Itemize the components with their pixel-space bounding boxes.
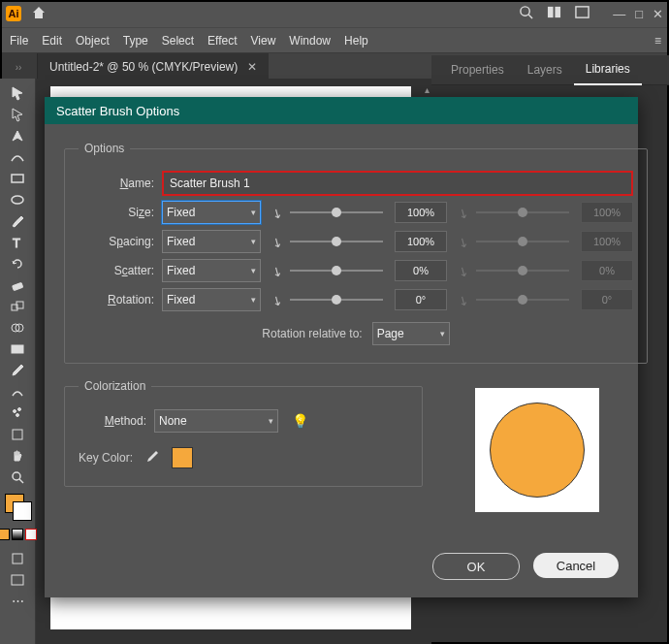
keycolor-swatch[interactable] <box>172 447 193 468</box>
name-label: Name: <box>79 177 162 190</box>
toolbox-header[interactable]: ›› <box>0 53 38 80</box>
edit-toolbar-icon[interactable]: ⋯ <box>5 591 30 611</box>
close-button[interactable]: ✕ <box>653 7 663 21</box>
tab-layers[interactable]: Layers <box>516 55 574 84</box>
size-link2-icon: ↘ <box>454 203 472 221</box>
name-input[interactable] <box>162 171 633 196</box>
direct-selection-tool-icon[interactable] <box>5 104 30 124</box>
eyedropper-tool-icon[interactable] <box>5 360 30 380</box>
brush-preview <box>475 388 599 512</box>
gradient-tool-icon[interactable] <box>5 338 30 359</box>
keycolor-eyedropper-icon[interactable] <box>144 449 160 467</box>
svg-rect-13 <box>12 345 23 353</box>
menu-effect[interactable]: Effect <box>207 34 237 48</box>
colorization-fieldset: Colorization Method: None▾ 💡 Key Color: <box>64 379 423 487</box>
keycolor-label: Key Color: <box>79 451 133 465</box>
rotation-label: Rotation: <box>79 293 162 306</box>
size-value[interactable]: 100% <box>395 202 447 223</box>
panel-menu-icon[interactable]: ≡ <box>654 34 661 48</box>
stroke-swatch[interactable] <box>13 501 32 521</box>
scroll-up-icon[interactable]: ▴ <box>425 84 430 95</box>
shape-builder-tool-icon[interactable] <box>5 317 30 338</box>
rotation-relative-select[interactable]: Page▾ <box>372 322 450 345</box>
svg-rect-4 <box>576 7 589 17</box>
type-tool-icon[interactable]: T <box>5 232 30 252</box>
menu-edit[interactable]: Edit <box>42 34 62 48</box>
menu-type[interactable]: Type <box>123 34 148 48</box>
svg-text:T: T <box>13 236 20 250</box>
arrange-docs-icon[interactable] <box>547 5 561 22</box>
close-tab-icon[interactable]: ✕ <box>247 60 257 74</box>
screen-mode-icon[interactable] <box>575 5 589 22</box>
curvature-tool-icon[interactable] <box>5 146 30 167</box>
menu-bar: File Edit Object Type Select Effect View… <box>0 27 669 53</box>
svg-point-16 <box>16 413 19 416</box>
scatter-value[interactable]: 0% <box>395 260 447 281</box>
cancel-button[interactable]: Cancel <box>533 553 619 578</box>
svg-point-14 <box>14 409 16 412</box>
menu-help[interactable]: Help <box>344 34 368 48</box>
rotation-value[interactable]: 0° <box>395 289 447 310</box>
svg-rect-5 <box>12 175 23 182</box>
rotation-mode-select[interactable]: Fixed▾ <box>162 288 261 311</box>
options-fieldset: Options Name: Size: Fixed▾ ↘ 100% ↘ <box>64 142 648 364</box>
screen-mode-tool-icon[interactable] <box>5 569 30 590</box>
rotate-tool-icon[interactable] <box>5 253 30 274</box>
colorization-legend: Colorization <box>79 379 151 393</box>
ok-button[interactable]: OK <box>432 553 520 580</box>
menu-file[interactable]: File <box>10 34 28 48</box>
search-icon[interactable] <box>519 5 533 22</box>
spacing-mode-select[interactable]: Fixed▾ <box>162 230 261 253</box>
rotation-value2: 0° <box>581 289 633 310</box>
size-slider[interactable] <box>290 211 383 213</box>
artboard-tool-icon[interactable] <box>5 424 30 444</box>
minimize-button[interactable]: — <box>613 7 625 21</box>
svg-line-19 <box>19 479 23 483</box>
svg-rect-17 <box>13 430 22 439</box>
zoom-tool-icon[interactable] <box>5 467 30 487</box>
spacing-link-icon[interactable]: ↘ <box>268 232 286 250</box>
tab-libraries[interactable]: Libraries <box>574 54 642 85</box>
tab-properties[interactable]: Properties <box>439 55 516 84</box>
scatter-mode-select[interactable]: Fixed▾ <box>162 259 261 282</box>
scale-tool-icon[interactable] <box>5 296 30 316</box>
scatter-slider[interactable] <box>290 270 383 272</box>
document-tab[interactable]: Untitled-2* @ 50 % (CMYK/Preview) ✕ <box>38 53 269 80</box>
brush-preview-shape <box>490 402 585 498</box>
rotation-link-icon[interactable]: ↘ <box>268 290 286 308</box>
rectangle-tool-icon[interactable] <box>5 168 30 188</box>
document-tab-title: Untitled-2* @ 50 % (CMYK/Preview) <box>49 60 238 74</box>
method-label: Method: <box>79 414 154 428</box>
symbol-sprayer-tool-icon[interactable] <box>5 402 30 423</box>
menu-object[interactable]: Object <box>76 34 110 48</box>
menu-select[interactable]: Select <box>162 34 194 48</box>
selection-tool-icon[interactable] <box>5 82 30 103</box>
rotation-slider[interactable] <box>290 299 383 301</box>
method-select[interactable]: None▾ <box>154 409 278 433</box>
hand-tool-icon[interactable] <box>5 445 30 466</box>
color-mode-swatches[interactable] <box>0 529 37 540</box>
scatter-link-icon[interactable]: ↘ <box>268 261 286 279</box>
maximize-button[interactable]: □ <box>635 7 643 21</box>
size-label: Size: <box>79 206 162 219</box>
options-legend: Options <box>79 142 130 155</box>
ellipse-tool-icon[interactable] <box>5 189 30 209</box>
size-link-icon[interactable]: ↘ <box>268 203 286 221</box>
spacing-slider[interactable] <box>290 241 383 242</box>
right-panel: ≡ Properties Layers Libraries <box>431 55 669 85</box>
svg-rect-8 <box>13 282 23 290</box>
size-mode-select[interactable]: Fixed▾ <box>162 201 261 224</box>
blend-tool-icon[interactable] <box>5 381 30 402</box>
svg-line-1 <box>528 15 532 18</box>
spacing-value[interactable]: 100% <box>395 231 447 252</box>
draw-mode-icon[interactable] <box>5 548 30 568</box>
dialog-title[interactable]: Scatter Brush Options <box>45 97 638 124</box>
spacing-link2-icon: ↘ <box>454 232 472 250</box>
paintbrush-tool-icon[interactable] <box>5 210 30 231</box>
menu-view[interactable]: View <box>251 34 276 48</box>
home-icon[interactable] <box>31 5 47 23</box>
tip-icon[interactable]: 💡 <box>292 413 308 429</box>
pen-tool-icon[interactable] <box>5 125 30 145</box>
menu-window[interactable]: Window <box>289 34 331 48</box>
eraser-tool-icon[interactable] <box>5 274 30 295</box>
